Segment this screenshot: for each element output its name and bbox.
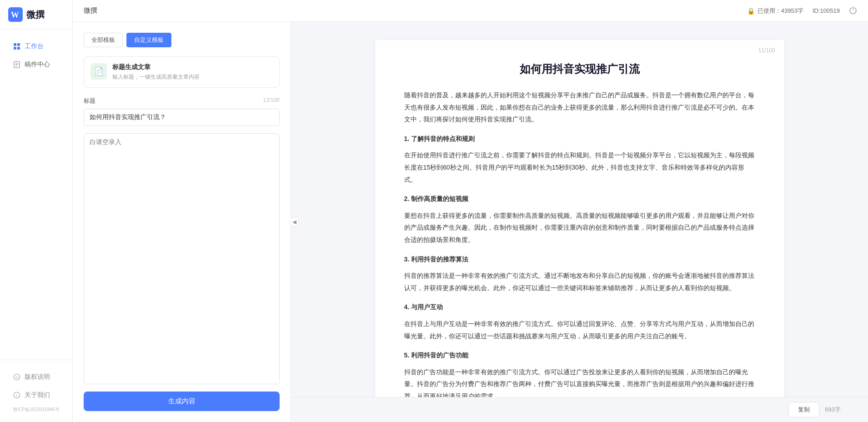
svg-rect-2 [14,43,16,46]
drafts-icon [13,60,21,69]
sidebar-item-about[interactable]: i 关于我们 [4,387,69,404]
usage-icon: 🔒 [747,7,755,15]
svg-text:©: © [16,375,19,380]
content-textarea[interactable] [84,133,280,384]
tab-all-templates[interactable]: 全部模板 [84,33,123,47]
template-card[interactable]: 📄 标题生成文章 输入标题，一键生成高质量文章内容 [84,56,280,88]
power-button[interactable] [849,6,857,15]
svg-rect-4 [14,47,16,50]
article-page: 11/100 如何用抖音实现推广引流 随着抖音的普及，越来越多的人开始利用这个短… [375,40,784,397]
logo-area: W 微撰 [0,0,72,30]
section-content-2: 要想在抖音上获得更多的流量，你需要制作高质量的短视频。高质量的短视频能够吸引更多… [404,210,755,246]
title-input[interactable] [84,109,280,126]
template-card-icon: 📄 [90,63,107,80]
usage-info: 🔒 已使用：43953字 [747,7,803,15]
title-field-label: 标题 12/100 [84,97,280,105]
collapse-panel-button[interactable]: ◀ [289,217,299,227]
sidebar-item-drafts[interactable]: 稿件中心 [4,56,69,73]
article-title: 如何用抖音实现推广引流 [404,62,755,76]
icp-text: 鄂ICP备2022016946号 [0,405,72,415]
section-content-5: 抖音的广告功能是一种非常有效的推广引流方式。你可以通过广告投放来让更多的人看到你… [404,366,755,397]
section-heading-3: 3. 利用抖音的推荐算法 [404,253,755,266]
workbench-icon [13,42,21,50]
usage-text: 已使用：43953字 [758,7,803,15]
section-content-3: 抖音的推荐算法是一种非常有效的推广引流方式。通过不断地发布和分享自己的短视频，你… [404,270,755,294]
app-name: 微撰 [26,9,45,21]
left-panel: 全部模板 自定义模板 📄 标题生成文章 输入标题，一键生成高质量文章内容 标题 … [73,22,291,422]
workbench-label: 工作台 [25,42,44,50]
page-counter: 11/100 [758,47,775,54]
svg-text:i: i [16,393,17,398]
sidebar-bottom: © 版权说明 i 关于我们 鄂ICP备2022016946号 [0,360,72,422]
drafts-label: 稿件中心 [25,60,50,69]
svg-rect-5 [17,47,20,50]
svg-text:W: W [11,10,19,20]
section-heading-2: 2. 制作高质量的短视频 [404,193,755,205]
article-intro: 随着抖音的普及，越来越多的人开始利用这个短视频分享平台来推广自己的产品或服务。抖… [404,89,755,126]
panel-footer: 生成内容 [84,384,280,422]
content-area: 全部模板 自定义模板 📄 标题生成文章 输入标题，一键生成高质量文章内容 标题 … [73,22,868,422]
copyright-label: 版权说明 [25,373,50,381]
template-card-desc: 输入标题，一键生成高质量文章内容 [112,73,200,81]
top-bar-right: 🔒 已使用：43953字 ID:100519 [747,6,857,15]
tab-custom-templates[interactable]: 自定义模板 [126,33,171,47]
sidebar-item-workbench[interactable]: 工作台 [4,38,69,55]
right-bottom-bar: 复制 693字 [291,397,868,422]
sidebar-nav: 工作台 稿件中心 [0,30,72,360]
sidebar-item-copyright[interactable]: © 版权说明 [4,368,69,386]
main-area: 微撰 🔒 已使用：43953字 ID:100519 [73,0,868,422]
svg-rect-3 [17,43,20,46]
word-count: 693字 [825,406,841,414]
article-container[interactable]: 11/100 如何用抖音实现推广引流 随着抖音的普及，越来越多的人开始利用这个短… [291,22,868,397]
template-tabs: 全部模板 自定义模板 [84,33,280,47]
user-id: ID:100519 [813,7,840,14]
template-card-content: 标题生成文章 输入标题，一键生成高质量文章内容 [112,63,200,81]
section-content-1: 在开始使用抖音进行推广引流之前，你需要了解抖音的特点和规则。抖音是一个短视频分享… [404,149,755,186]
section-heading-4: 4. 与用户互动 [404,301,755,313]
copy-button[interactable]: 复制 [788,402,819,417]
about-label: 关于我们 [25,391,50,399]
about-icon: i [13,391,21,399]
title-counter: 12/100 [263,97,280,105]
page-title: 微撰 [84,6,97,15]
generate-button[interactable]: 生成内容 [84,392,280,411]
section-heading-5: 5. 利用抖音的广告功能 [404,349,755,362]
sidebar: W 微撰 工作台 [0,0,73,422]
logo-icon: W [8,7,23,22]
copyright-icon: © [13,373,21,381]
section-content-4: 在抖音上与用户互动是一种非常有效的推广引流方式。你可以通过回复评论、点赞、分享等… [404,318,755,342]
top-bar: 微撰 🔒 已使用：43953字 ID:100519 [73,0,868,22]
form-section: 标题 12/100 [84,97,280,384]
section-heading-1: 1. 了解抖音的特点和规则 [404,133,755,145]
template-card-title: 标题生成文章 [112,63,200,71]
article-body: 随着抖音的普及，越来越多的人开始利用这个短视频分享平台来推广自己的产品或服务。抖… [404,89,755,397]
right-panel: 11/100 如何用抖音实现推广引流 随着抖音的普及，越来越多的人开始利用这个短… [291,22,868,422]
